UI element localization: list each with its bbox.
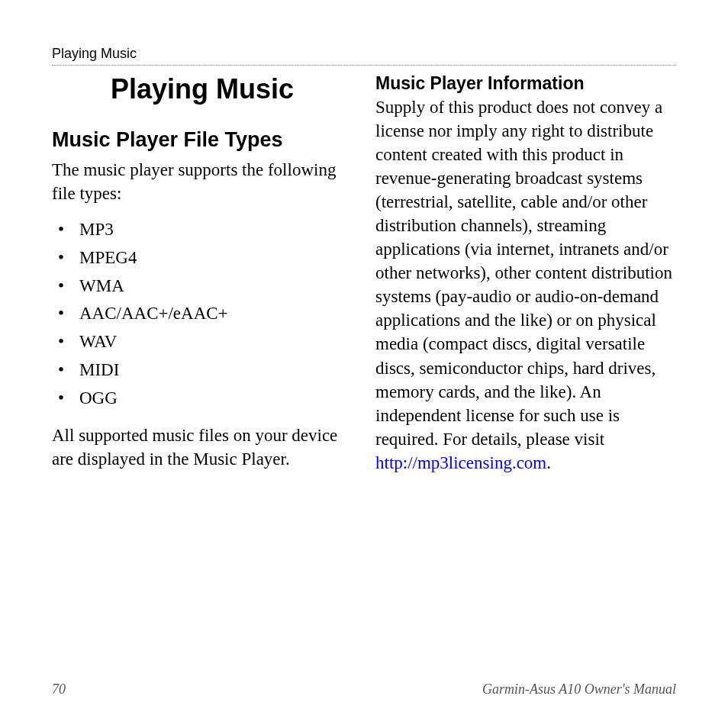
page-header: Playing Music xyxy=(52,46,676,66)
section-subtitle: Music Player File Types xyxy=(52,128,353,152)
list-item: MPEG4 xyxy=(52,244,353,272)
licensing-link[interactable]: http://mp3licensing.com xyxy=(375,453,546,472)
list-item: OGG xyxy=(52,385,353,413)
list-item: AAC/AAC+/eAAC+ xyxy=(52,300,353,328)
manual-name: Garmin-Asus A10 Owner's Manual xyxy=(482,681,676,697)
page-title: Playing Music xyxy=(52,73,353,105)
list-item: WAV xyxy=(52,328,353,356)
right-column: Music Player Information Supply of this … xyxy=(375,73,676,666)
file-types-list: MP3 MPEG4 WMA AAC/AAC+/eAAC+ WAV MIDI OG… xyxy=(52,216,353,413)
left-column: Playing Music Music Player File Types Th… xyxy=(52,73,353,666)
list-item: MIDI xyxy=(52,356,353,385)
outro-text: All supported music files on your device… xyxy=(52,424,353,471)
info-period: . xyxy=(546,453,551,472)
content-area: Playing Music Music Player File Types Th… xyxy=(52,73,676,666)
info-heading: Music Player Information xyxy=(375,73,676,94)
list-item: WMA xyxy=(52,272,353,301)
list-item: MP3 xyxy=(52,216,353,244)
page-number: 70 xyxy=(52,681,66,697)
info-body-text: Supply of this product does not convey a… xyxy=(375,98,672,449)
header-section: Playing Music xyxy=(52,46,137,61)
info-body: Supply of this product does not convey a… xyxy=(375,95,676,475)
page-footer: 70 Garmin-Asus A10 Owner's Manual xyxy=(52,666,676,697)
intro-text: The music player supports the following … xyxy=(52,158,353,205)
